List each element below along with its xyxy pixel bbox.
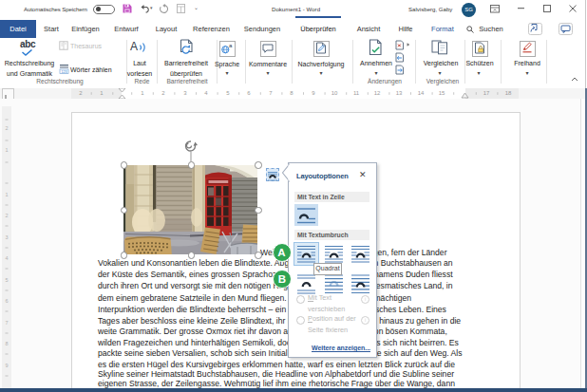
svg-text:9: 9 bbox=[5, 363, 8, 368]
svg-text:a: a bbox=[229, 43, 233, 48]
svg-text:1: 1 bbox=[5, 192, 8, 197]
svg-text:4: 4 bbox=[5, 255, 8, 261]
svg-text:1: 1 bbox=[5, 147, 8, 153]
svg-text:2: 2 bbox=[5, 213, 8, 218]
svg-text:7: 7 bbox=[5, 320, 8, 326]
svg-text:5: 5 bbox=[5, 277, 8, 283]
svg-text:8: 8 bbox=[5, 341, 8, 346]
svg-text:3: 3 bbox=[5, 234, 8, 240]
svg-text:123: 123 bbox=[62, 70, 67, 74]
svg-text:6: 6 bbox=[5, 298, 8, 304]
svg-text:2: 2 bbox=[5, 125, 8, 131]
